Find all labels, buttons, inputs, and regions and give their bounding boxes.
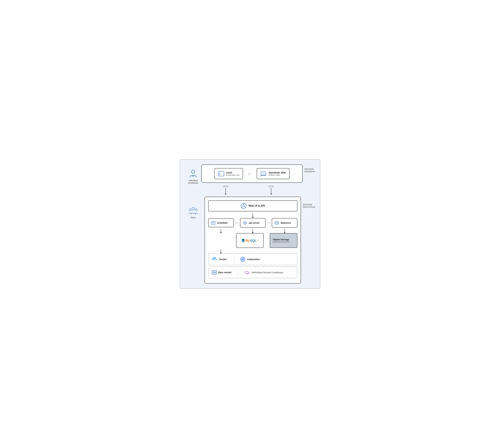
api-server-box: api server (240, 218, 266, 228)
svg-point-18 (275, 221, 279, 223)
cloud-icon (245, 270, 250, 274)
scheduler-down (208, 229, 234, 233)
svg-line-30 (241, 258, 242, 259)
kubernetes-item: Kubernetes (240, 257, 260, 262)
api-to-scheduler-arrow: ← (235, 221, 239, 225)
sdk-box: </> Starwhale SDK Python Code (257, 168, 289, 179)
svg-rect-39 (212, 273, 215, 274)
sdk-icon: </> (260, 171, 267, 176)
standalone-label: StarwhaleStandalone (304, 164, 315, 173)
http-label-left: HTTP (223, 185, 228, 188)
mysql-dolphin-icon (241, 238, 245, 243)
top-section: Individual Contributor _ (185, 164, 315, 184)
scheduler-label: scheduler (217, 222, 228, 224)
svg-point-36 (215, 271, 216, 272)
datastore-label: datastore (281, 222, 291, 224)
bare-cloud-box: Bare mental AWS/Aliyun/Tencent Cloud/Ksy… (208, 267, 297, 278)
bare-metal-icon (212, 270, 217, 274)
server-label: StarwhaleServer/Cloud (303, 197, 315, 208)
svg-point-25 (242, 259, 243, 260)
mysql-logo: MySQL™ (241, 238, 259, 243)
svg-rect-22 (213, 257, 214, 258)
diagram-wrapper: Individual Contributor _ (177, 156, 323, 292)
datastore-down (272, 229, 297, 233)
cloud-label: AWS/Aliyun/Tencent Cloud/Ksyun (251, 271, 283, 274)
http-label-right: HTTP (269, 185, 274, 188)
web-ui-icon (241, 203, 247, 209)
server-box-wrapper: Web UI & API (205, 197, 315, 284)
api-server-label: api server (249, 222, 260, 224)
web-ui-label: Web UI & API (249, 204, 265, 207)
mysql-box: MySQL™ (236, 233, 264, 248)
svg-rect-21 (215, 258, 216, 259)
http-arrow-right: HTTP (258, 185, 284, 194)
svg-line-31 (243, 260, 245, 261)
object-storage-box: Object Storage minio/s3/oss/cos/ks3 (270, 233, 297, 248)
individual-contributor: Individual Contributor (185, 164, 201, 184)
sdk-text: Starwhale SDK Python Code (269, 171, 286, 176)
svg-rect-23 (215, 257, 216, 258)
docker-label: Docker (219, 258, 227, 261)
datastore-icon (275, 221, 279, 225)
team-icon (188, 207, 198, 215)
down-arrow-right (271, 188, 271, 194)
scheduler-icon (211, 221, 215, 225)
person-icon (189, 169, 197, 178)
server-box: Web UI & API (205, 197, 301, 284)
svg-text:</>: </> (262, 172, 265, 175)
sdk-to-swcli-arrow: ← (248, 171, 252, 176)
down-arrow-left (226, 188, 226, 194)
swcli-text: swcli Command Line (226, 171, 239, 176)
divider-1 (233, 256, 234, 263)
object-storage-title: Object Storage (273, 238, 289, 241)
terminal-icon: _ (218, 171, 224, 176)
individual-contributor-label: Individual Contributor (188, 179, 198, 184)
svg-line-33 (241, 260, 242, 261)
svg-line-32 (243, 258, 245, 259)
sched-cont-arrow (208, 250, 234, 253)
outer-container: Individual Contributor _ (180, 159, 320, 289)
standalone-box: _ swcli Command Line ← (201, 164, 303, 183)
api-server-icon (243, 221, 247, 225)
sdk-subtitle: Python Code (269, 174, 286, 176)
http-arrows-section: HTTP HTTP (185, 185, 315, 194)
datastore-box: datastore (272, 218, 297, 228)
team-contributor: Team (185, 197, 201, 219)
svg-point-8 (195, 209, 197, 211)
swcli-subtitle: Command Line (226, 174, 239, 176)
scheduler-box: scheduler (208, 218, 234, 227)
docker-item: Docker (212, 257, 227, 262)
docker-icon (212, 257, 218, 262)
storage-row: MySQL™ Object Storage minio/s3/oss/cos/k… (208, 233, 297, 248)
sdk-name: Starwhale SDK (269, 171, 286, 174)
team-label: Team (191, 216, 196, 219)
web-ui-bar: Web UI & API (208, 200, 297, 211)
svg-point-0 (192, 170, 195, 173)
svg-rect-38 (212, 271, 215, 272)
web-to-api-arrow (208, 213, 297, 217)
svg-rect-19 (212, 258, 213, 259)
services-row: scheduler ← api server (208, 218, 297, 228)
divider-2 (238, 269, 238, 276)
bare-metal-item: Bare mental (212, 270, 231, 274)
swcli-name: swcli (226, 171, 239, 174)
swcli-box: _ swcli Command Line (214, 168, 243, 179)
svg-point-7 (189, 209, 191, 211)
http-arrow-left: HTTP (213, 185, 239, 194)
scheduler-arrow-continue (208, 250, 297, 253)
api-down (240, 229, 266, 233)
object-storage-subtitle: minio/s3/oss/cos/ks3 (273, 241, 289, 243)
svg-rect-20 (213, 258, 214, 259)
kubernetes-label: Kubernetes (247, 258, 260, 261)
standalone-inner: _ swcli Command Line ← (205, 168, 299, 179)
svg-point-6 (192, 208, 195, 210)
svg-point-37 (215, 273, 216, 274)
kubernetes-icon (240, 257, 245, 262)
docker-k8s-box: Docker (208, 254, 297, 265)
svg-rect-1 (192, 176, 195, 176)
svg-point-10 (243, 205, 245, 207)
server-section: Team Web UI & API (185, 197, 315, 284)
cloud-item: AWS/Aliyun/Tencent Cloud/Ksyun (245, 270, 283, 274)
bare-metal-label: Bare mental (218, 271, 231, 274)
api-to-datastore-arrow: → (267, 221, 271, 225)
